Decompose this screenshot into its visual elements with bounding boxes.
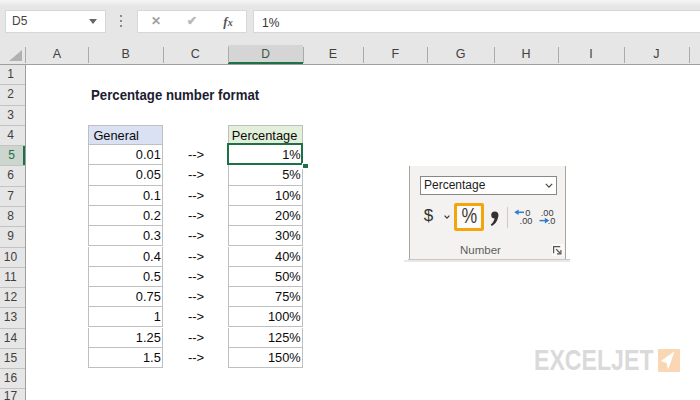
svg-text:.00: .00 [520, 216, 533, 226]
